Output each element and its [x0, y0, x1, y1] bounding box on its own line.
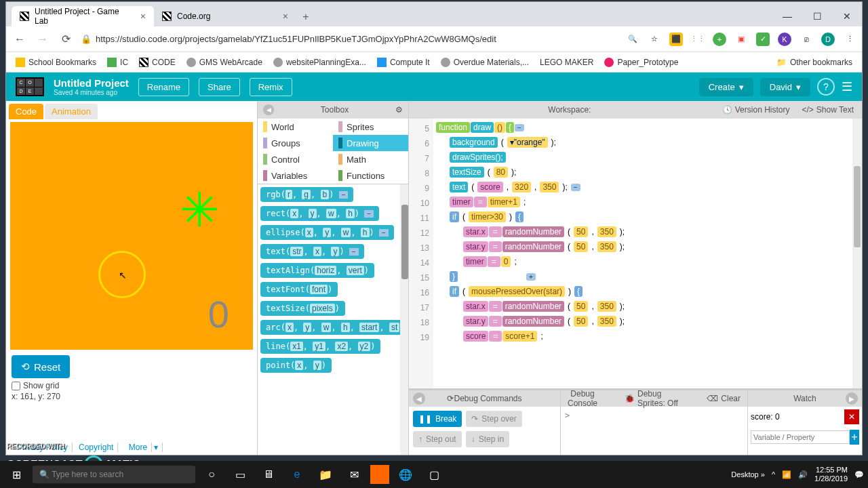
step-over-button[interactable]: ↷Step over — [466, 411, 521, 427]
desktop-toolbar[interactable]: Desktop » — [731, 470, 765, 479]
category-world[interactable]: World — [258, 119, 333, 135]
tab-animation[interactable]: Animation — [45, 104, 98, 119]
bookmark-item[interactable]: Paper_Prototype — [600, 56, 682, 68]
reload-button[interactable]: ⟳ — [58, 31, 74, 47]
ext-icon[interactable]: ✓ — [756, 33, 770, 46]
clear-button[interactable]: ⌫Clear — [707, 394, 741, 403]
bookmark-item[interactable]: School Bookmarks — [12, 56, 100, 68]
bookmark-item[interactable]: IC — [103, 56, 132, 68]
bookmark-item[interactable]: Compute It — [373, 56, 434, 68]
app-icon[interactable]: ▢ — [422, 464, 446, 485]
expand-icon[interactable]: ▶ — [846, 392, 858, 405]
block-line[interactable]: line(x1, y1, x2, y2) — [260, 339, 380, 354]
show-text-button[interactable]: </>Show Text — [802, 105, 854, 115]
menu-icon[interactable]: ⋮ — [843, 33, 856, 46]
collapse-icon[interactable]: ◀ — [263, 104, 274, 115]
tab-code[interactable]: Code — [9, 104, 43, 119]
version-history-button[interactable]: 🕓Version History — [722, 105, 790, 115]
close-icon[interactable]: × — [140, 11, 146, 22]
category-functions[interactable]: Functions — [333, 167, 408, 184]
bookmark-item[interactable]: CODE — [135, 56, 180, 68]
codeorg-logo-icon[interactable]: CODE — [16, 77, 44, 96]
more-link[interactable]: More ▾ — [121, 443, 163, 452]
explorer-icon[interactable]: 📁 — [313, 464, 338, 485]
close-icon[interactable]: × — [283, 11, 288, 22]
browser-tab[interactable]: Code.org × — [154, 6, 296, 26]
show-grid-checkbox[interactable]: Show grid — [12, 381, 252, 390]
block-rgb[interactable]: rgb(r, g, b) − — [260, 187, 353, 202]
category-sprites[interactable]: Sprites — [333, 119, 408, 135]
volume-icon[interactable]: 🔊 — [798, 470, 808, 479]
task-view-icon[interactable]: ▭ — [228, 464, 252, 485]
ext-icon[interactable]: ▣ — [734, 33, 748, 46]
start-button[interactable]: ⊞ — [4, 464, 28, 485]
category-control[interactable]: Control — [258, 151, 333, 167]
star-icon[interactable]: ☆ — [648, 33, 661, 46]
category-variables[interactable]: Variables — [258, 167, 333, 184]
bookmark-item[interactable]: GMS WebArcade — [182, 56, 267, 68]
category-math[interactable]: Math — [333, 151, 408, 167]
help-button[interactable]: ? — [817, 78, 835, 96]
profile-icon[interactable]: D — [821, 33, 835, 46]
break-button[interactable]: ❚❚Break — [413, 411, 462, 427]
bookmark-item[interactable]: websitePlanningExa... — [269, 56, 370, 68]
block-arc[interactable]: arc(x, y, w, h, start, st — [260, 320, 405, 335]
create-button[interactable]: Create ▾ — [699, 78, 753, 96]
rename-button[interactable]: Rename — [138, 78, 189, 96]
new-tab-button[interactable]: + — [296, 7, 315, 26]
gear-icon[interactable]: ⚙ — [395, 105, 403, 115]
back-button[interactable]: ← — [12, 31, 28, 47]
mail-icon[interactable]: ✉ — [342, 464, 366, 485]
bookmark-item[interactable]: Overdue Materials,... — [437, 56, 533, 68]
ext-icon[interactable]: ⋮⋮ — [691, 33, 705, 46]
game-canvas[interactable]: ✳ ↖ 0 — [10, 122, 253, 350]
block-ellipse[interactable]: ellipse(x, y, w, h) − — [260, 225, 394, 240]
other-bookmarks[interactable]: 📁 Other bookmarks — [772, 56, 856, 68]
block-text[interactable]: text(str, x, y) − — [260, 244, 364, 259]
step-in-button[interactable]: ↓Step in — [466, 431, 509, 447]
block-textsize[interactable]: textSize(pixels) — [260, 301, 345, 316]
block-point[interactable]: point(x, y) — [260, 358, 332, 373]
user-menu[interactable]: David ▾ — [760, 78, 810, 96]
maximize-button[interactable]: ☐ — [802, 6, 832, 26]
ext-icon[interactable]: ⬛ — [669, 33, 683, 46]
app-icon[interactable]: 🖥 — [256, 464, 281, 485]
category-drawing[interactable]: Drawing — [333, 135, 408, 151]
bookmark-item[interactable]: LEGO MAKER — [536, 56, 597, 68]
notifications-icon[interactable]: 💬 — [854, 470, 864, 479]
debug-console[interactable] — [561, 407, 747, 424]
category-groups[interactable]: Groups — [258, 135, 333, 151]
minimize-button[interactable]: — — [772, 6, 802, 26]
taskbar-search[interactable]: 🔍 Type here to search — [33, 466, 195, 483]
watch-input[interactable] — [751, 430, 850, 444]
tray-icon[interactable]: ^ — [772, 470, 775, 479]
debug-sprites-toggle[interactable]: 🐞Debug Sprites: Off — [625, 389, 679, 408]
system-clock[interactable]: 12:55 PM1/28/2019 — [814, 466, 848, 483]
copyright-link[interactable]: Copyright — [75, 443, 118, 452]
edge-icon[interactable]: e — [285, 464, 309, 485]
browser-tab-active[interactable]: Untitled Project - Game Lab × — [12, 6, 154, 26]
collapse-icon[interactable]: ◀ — [413, 392, 425, 405]
block-textalign[interactable]: textAlign(horiz, vert) — [260, 263, 374, 278]
remix-button[interactable]: Remix — [250, 78, 292, 96]
delete-watch-button[interactable]: ✕ — [844, 409, 859, 424]
forward-button[interactable]: → — [35, 31, 51, 47]
step-out-button[interactable]: ↑Step out — [413, 431, 462, 447]
close-window-button[interactable]: ✕ — [832, 6, 862, 26]
block-rect[interactable]: rect(x, y, w, h) − — [260, 206, 379, 221]
app-icon[interactable] — [370, 465, 389, 484]
add-watch-button[interactable]: + — [850, 430, 859, 445]
workspace-scrollbar[interactable] — [852, 119, 862, 388]
block-textfont[interactable]: textFont(font) — [260, 282, 338, 297]
ext-icon[interactable]: K — [778, 33, 791, 46]
cast-icon[interactable]: ⎚ — [800, 33, 813, 46]
toolbox-scrollbar[interactable] — [400, 184, 408, 455]
url-field[interactable]: 🔒 https://studio.code.org/projects/gamel… — [81, 34, 619, 44]
code-editor[interactable]: 567 8910 111213 141516 171819 functiondr… — [409, 119, 862, 388]
zoom-icon[interactable]: 🔍 — [626, 33, 639, 46]
cortana-icon[interactable]: ○ — [199, 464, 224, 485]
chrome-icon[interactable]: 🌐 — [393, 464, 418, 485]
ext-icon[interactable]: + — [713, 33, 726, 46]
hamburger-icon[interactable]: ☰ — [842, 79, 852, 94]
share-button[interactable]: Share — [199, 78, 240, 96]
